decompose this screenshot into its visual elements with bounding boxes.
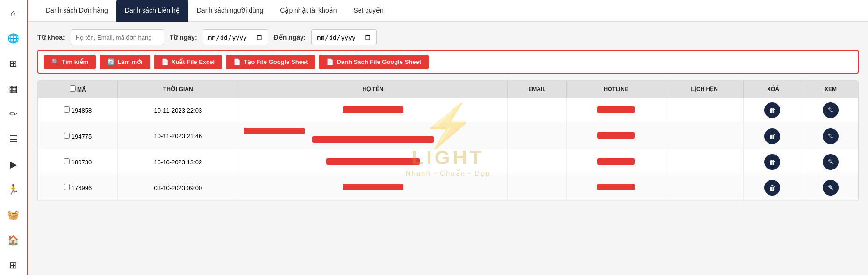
row-hotline bbox=[567, 123, 666, 149]
tab-bar: Danh sách Đơn hàng Danh sách Liên hệ Dan… bbox=[28, 0, 868, 22]
export-excel-button[interactable]: 📄 Xuất File Excel bbox=[154, 55, 222, 69]
row-time: 10-11-2023 21:46 bbox=[118, 123, 238, 149]
row-email bbox=[508, 123, 567, 149]
row-view-cell: ✎ bbox=[803, 175, 858, 201]
action-buttons-wrapper: 🔍 Tìm kiếm 🔄 Làm mới 📄 Xuất File Excel 📄… bbox=[37, 50, 859, 74]
basket-icon[interactable]: 🧺 bbox=[5, 206, 22, 223]
home-icon[interactable]: ⌂ bbox=[5, 5, 22, 21]
tab-orders[interactable]: Danh sách Đơn hàng bbox=[37, 0, 116, 22]
building-icon[interactable]: 🏠 bbox=[5, 232, 22, 248]
col-view: XEM bbox=[803, 81, 858, 98]
row-checkbox[interactable] bbox=[64, 106, 70, 113]
tab-update-account[interactable]: Cập nhật tài khoản bbox=[272, 0, 345, 22]
col-email: EMAIL bbox=[508, 81, 567, 98]
row-delete-cell: 🗑 bbox=[743, 175, 803, 201]
table-row: 180730 16-10-2023 13:02 🗑 ✎ bbox=[38, 149, 858, 175]
youtube-icon[interactable]: ▶ bbox=[5, 156, 22, 173]
layers-icon[interactable]: ☰ bbox=[5, 131, 22, 148]
sidebar: ⌂ 🌐 ⊞ ▦ ✏ ☰ ▶ 🏃 🧺 🏠 ⊞ bbox=[0, 0, 28, 275]
row-time: 03-10-2023 09:00 bbox=[118, 175, 238, 201]
search-icon: 🔍 bbox=[51, 58, 59, 65]
row-email bbox=[508, 98, 567, 123]
row-delete-cell: 🗑 bbox=[743, 98, 803, 123]
table-row: 194858 10-11-2023 22:03 🗑 ✎ bbox=[38, 98, 858, 123]
globe-icon[interactable]: 🌐 bbox=[5, 30, 22, 47]
row-name bbox=[238, 175, 508, 201]
row-checkbox-cell: 176996 bbox=[38, 175, 118, 201]
person-icon[interactable]: 🏃 bbox=[5, 181, 22, 198]
select-all-checkbox[interactable] bbox=[70, 85, 76, 92]
row-email bbox=[508, 175, 567, 201]
tab-users[interactable]: Danh sách người dùng bbox=[188, 0, 272, 22]
row-checkbox-cell: 180730 bbox=[38, 149, 118, 175]
row-appointment bbox=[666, 123, 743, 149]
row-checkbox[interactable] bbox=[64, 133, 70, 139]
tab-contacts[interactable]: Danh sách Liên hệ bbox=[116, 0, 188, 22]
grid-icon[interactable]: ⊞ bbox=[5, 55, 22, 72]
sheet-icon: 📄 bbox=[233, 58, 241, 65]
keyword-label: Từ khóa: bbox=[37, 34, 65, 41]
row-view-cell: ✎ bbox=[803, 123, 858, 149]
delete-button[interactable]: 🗑 bbox=[764, 180, 780, 196]
col-delete: XÓÁ bbox=[743, 81, 803, 98]
create-sheet-button[interactable]: 📄 Tạo File Google Sheet bbox=[226, 55, 315, 69]
apps-icon[interactable]: ⊞ bbox=[5, 257, 22, 274]
row-checkbox[interactable] bbox=[64, 158, 70, 164]
row-view-cell: ✎ bbox=[803, 98, 858, 123]
delete-button[interactable]: 🗑 bbox=[764, 102, 780, 118]
edit-button[interactable]: ✎ bbox=[823, 154, 839, 170]
search-button[interactable]: 🔍 Tìm kiếm bbox=[44, 55, 96, 69]
col-time: THỜI GIAN bbox=[118, 81, 238, 98]
content-area: Từ khóa: Từ ngày: Đến ngày: 🔍 Tìm kiếm 🔄… bbox=[28, 22, 868, 275]
row-hotline bbox=[567, 98, 666, 123]
row-id: 180730 bbox=[72, 159, 92, 166]
filter-row: Từ khóa: Từ ngày: Đến ngày: bbox=[37, 29, 859, 45]
row-id: 176996 bbox=[72, 184, 92, 191]
excel-icon: 📄 bbox=[161, 58, 169, 65]
list-sheet-icon: 📄 bbox=[326, 58, 334, 65]
col-checkbox: MÃ bbox=[38, 81, 118, 98]
row-time: 10-11-2023 22:03 bbox=[118, 98, 238, 123]
keyword-input[interactable] bbox=[71, 29, 164, 45]
edit-button[interactable]: ✎ bbox=[823, 128, 839, 144]
row-appointment bbox=[666, 175, 743, 201]
from-date-label: Từ ngày: bbox=[170, 34, 197, 41]
row-checkbox-cell: 194858 bbox=[38, 98, 118, 123]
row-view-cell: ✎ bbox=[803, 149, 858, 175]
row-time: 16-10-2023 13:02 bbox=[118, 149, 238, 175]
table-container: ⚡ LIGHT Nhanh - Chuẩn - Đẹp MÃ THỜI GIAN… bbox=[37, 80, 859, 201]
col-name: HỌ TÊN bbox=[238, 81, 508, 98]
delete-button[interactable]: 🗑 bbox=[764, 154, 780, 170]
table-row: 176996 03-10-2023 09:00 🗑 ✎ bbox=[38, 175, 858, 201]
main-content: Danh sách Đơn hàng Danh sách Liên hệ Dan… bbox=[28, 0, 868, 275]
grid2-icon[interactable]: ▦ bbox=[5, 80, 22, 97]
row-name bbox=[238, 98, 508, 123]
table-row: 194775 10-11-2023 21:46 🗑 bbox=[38, 123, 858, 149]
row-checkbox[interactable] bbox=[64, 184, 70, 190]
row-checkbox-cell: 194775 bbox=[38, 123, 118, 149]
data-table: MÃ THỜI GIAN HỌ TÊN EMAIL HOTLINE LỊCH H… bbox=[37, 80, 859, 201]
list-sheet-button[interactable]: 📄 Danh Sách File Google Sheet bbox=[319, 55, 429, 69]
pen-icon[interactable]: ✏ bbox=[5, 106, 22, 122]
col-appointment: LỊCH HẸN bbox=[666, 81, 743, 98]
edit-button[interactable]: ✎ bbox=[823, 102, 839, 118]
row-delete-cell: 🗑 bbox=[743, 149, 803, 175]
row-appointment bbox=[666, 98, 743, 123]
row-hotline bbox=[567, 175, 666, 201]
col-hotline: HOTLINE bbox=[567, 81, 666, 98]
refresh-button[interactable]: 🔄 Làm mới bbox=[100, 55, 150, 69]
to-date-input[interactable] bbox=[311, 29, 377, 45]
from-date-input[interactable] bbox=[203, 29, 268, 45]
tab-set-quyen[interactable]: Set quyền bbox=[345, 0, 392, 22]
row-delete-cell: 🗑 bbox=[743, 123, 803, 149]
row-id: 194775 bbox=[72, 133, 92, 140]
refresh-icon: 🔄 bbox=[107, 58, 115, 65]
to-date-label: Đến ngày: bbox=[274, 34, 306, 41]
edit-button[interactable]: ✎ bbox=[823, 180, 839, 196]
row-name bbox=[238, 149, 508, 175]
delete-button[interactable]: 🗑 bbox=[764, 128, 780, 144]
row-hotline bbox=[567, 149, 666, 175]
row-id: 194858 bbox=[72, 107, 92, 114]
row-name bbox=[238, 123, 508, 149]
row-appointment bbox=[666, 149, 743, 175]
